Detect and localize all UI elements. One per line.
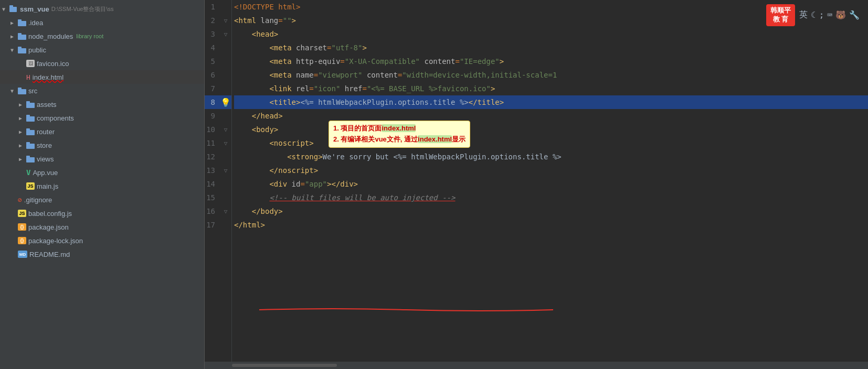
- sidebar-item-assets[interactable]: assets: [0, 97, 204, 111]
- icon-keyboard[interactable]: ⌨: [827, 10, 832, 20]
- annotation-line1: 1. 项目的首页面index.html: [333, 123, 465, 134]
- code-line-7: <link rel = "icon" href = "<%= BASE_URL …: [234, 82, 868, 95]
- project-path: D:\SSM-Vue整合项目\ss: [51, 5, 114, 13]
- icon-wrench[interactable]: 🔧: [849, 10, 860, 20]
- sidebar-item-gitignore[interactable]: ⊘ .gitignore: [0, 193, 204, 207]
- folder-icon-views: [26, 156, 35, 162]
- horizontal-scrollbar[interactable]: [232, 364, 337, 367]
- line-num-13: 13: [205, 164, 220, 177]
- js-icon-main: JS: [26, 182, 35, 190]
- gutter-line-6: 6: [205, 68, 231, 82]
- sidebar-item-babel[interactable]: JS babel.config.js: [0, 207, 204, 220]
- code-line-13: </noscript>: [234, 164, 868, 177]
- code-line-6: <meta name = "viewport" content = "width…: [234, 68, 868, 82]
- gutter-line-16: 16 ▽: [205, 204, 231, 218]
- line-num-15: 15: [205, 191, 220, 204]
- gutter-line-14: 14: [205, 177, 231, 191]
- gutter-line-4: 4: [205, 41, 231, 55]
- js-icon-babel: JS: [18, 210, 26, 217]
- folder-icon-idea: [18, 19, 26, 26]
- code-line-3: <head>: [234, 27, 868, 41]
- favicon-icon: 🖼: [26, 60, 35, 67]
- sidebar-item-favicon[interactable]: 🖼 favicon.ico: [0, 57, 204, 70]
- svg-rect-8: [18, 89, 26, 94]
- icon-en[interactable]: 英: [799, 9, 808, 20]
- sidebar-item-public[interactable]: public: [0, 43, 204, 57]
- svg-rect-14: [26, 130, 35, 135]
- sidebar-item-node-modules[interactable]: node_modules library root: [0, 29, 204, 43]
- svg-rect-10: [26, 103, 35, 108]
- svg-rect-7: [18, 47, 22, 49]
- idea-arrow: [10, 20, 18, 26]
- gutter-line-17: 17: [205, 218, 231, 232]
- sidebar-item-root[interactable]: ssm_vue D:\SSM-Vue整合项目\ss: [0, 2, 204, 16]
- store-label: store: [37, 142, 52, 149]
- package-json-label: package.json: [28, 223, 69, 231]
- gutter-line-11: 11 ▽: [205, 136, 231, 150]
- sidebar-item-store[interactable]: store: [0, 138, 204, 152]
- json-icon-package: {}: [18, 223, 26, 231]
- sidebar-item-package-json[interactable]: {} package.json: [0, 220, 204, 234]
- line-num-10: 10: [205, 123, 220, 136]
- sidebar-item-components[interactable]: components: [0, 111, 204, 125]
- folder-icon-src: [18, 88, 26, 94]
- router-label: router: [37, 128, 55, 136]
- line-num-2: 2: [205, 14, 220, 27]
- fold-11: ▽: [220, 140, 231, 147]
- sidebar-item-main-js[interactable]: JS main.js: [0, 179, 204, 193]
- node-modules-arrow: [10, 34, 18, 39]
- json-icon-lock: {}: [18, 237, 26, 244]
- sidebar-item-idea[interactable]: .idea: [0, 16, 204, 29]
- svg-rect-17: [26, 142, 30, 144]
- gutter-line-8: 8 💡: [205, 95, 231, 109]
- fold-13: ▽: [220, 167, 231, 174]
- assets-label: assets: [37, 101, 57, 108]
- svg-rect-13: [26, 115, 30, 117]
- svg-rect-5: [18, 33, 22, 35]
- project-icon: [9, 5, 18, 13]
- fold-3: ▽: [220, 31, 231, 38]
- fold-2: ▽: [220, 17, 231, 24]
- favicon-label: favicon.ico: [37, 60, 69, 68]
- scrollbar-area: [205, 362, 868, 369]
- line-num-4: 4: [205, 41, 220, 55]
- sidebar-item-views[interactable]: views: [0, 152, 204, 166]
- md-icon: MD: [18, 251, 27, 258]
- git-icon: ⊘: [18, 196, 22, 204]
- folder-icon-public: [18, 47, 26, 53]
- line-num-5: 5: [205, 55, 220, 68]
- svg-rect-15: [26, 128, 30, 131]
- folder-icon-components: [26, 115, 35, 122]
- sidebar-item-router[interactable]: router: [0, 125, 204, 138]
- sidebar-item-package-lock[interactable]: {} package-lock.json: [0, 234, 204, 247]
- node-modules-label: node_modules: [28, 32, 73, 40]
- folder-icon-store: [26, 142, 35, 149]
- code-line-15: <!-- built files will be auto injected -…: [234, 191, 868, 204]
- assets-arrow: [19, 102, 26, 107]
- icon-bear[interactable]: 🐻: [835, 10, 846, 20]
- public-label: public: [28, 46, 46, 54]
- project-name: ssm_vue: [20, 5, 49, 13]
- logo-box: 韩顺平 教 育: [766, 4, 795, 26]
- main-js-label: main.js: [37, 182, 58, 190]
- svg-rect-0: [9, 7, 17, 12]
- folder-icon-node-modules: [18, 33, 26, 40]
- sidebar-item-src[interactable]: src: [0, 84, 204, 97]
- logo-line1: 韩顺平: [770, 6, 791, 15]
- gutter-line-9: 9: [205, 109, 231, 123]
- comment-line-15: <!-- built files will be auto injected -…: [269, 191, 455, 204]
- components-arrow: [19, 115, 26, 121]
- sidebar-item-readme[interactable]: MD README.md: [0, 247, 204, 261]
- icon-moon[interactable]: ☾: [811, 10, 816, 20]
- logo-line2: 教 育: [770, 15, 791, 24]
- sidebar-item-app-vue[interactable]: V App.vue: [0, 166, 204, 179]
- svg-rect-9: [18, 88, 22, 90]
- code-line-4: <meta charset = "utf-8" >: [234, 41, 868, 55]
- expand-arrow: [2, 6, 9, 12]
- sidebar-item-index-html[interactable]: H index.html: [0, 70, 204, 84]
- bulb-icon[interactable]: 💡: [220, 97, 231, 107]
- gutter-line-12: 12: [205, 150, 231, 164]
- code-line-14: <div id = "app" ></div>: [234, 177, 868, 191]
- line-num-12: 12: [205, 150, 220, 164]
- babel-label: babel.config.js: [28, 210, 72, 218]
